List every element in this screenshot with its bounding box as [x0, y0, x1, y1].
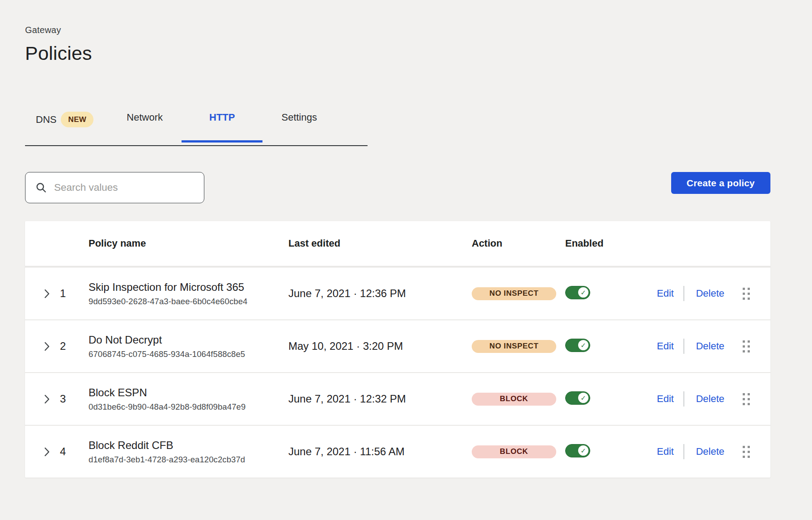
- edit-link[interactable]: Edit: [657, 393, 674, 405]
- row-actions: Edit Delete: [657, 339, 742, 354]
- policy-name-cell: Skip Inspection for Microsoft 365 9dd593…: [89, 281, 288, 306]
- table-body: 1 Skip Inspection for Microsoft 365 9dd5…: [25, 268, 770, 478]
- policy-uuid: 9dd593e0-2628-47a3-baee-6b0c4e60cbe4: [89, 297, 288, 306]
- policy-name-cell: Block ESPN 0d31be6c-9b90-48a4-92b8-9d8f0…: [89, 386, 288, 412]
- table-row: 1 Skip Inspection for Microsoft 365 9dd5…: [25, 268, 770, 319]
- drag-handle-icon[interactable]: [743, 393, 750, 405]
- last-edited-value: June 7, 2021 · 12:32 PM: [288, 393, 472, 405]
- table-row: 4 Block Reddit CFB d1ef8a7d-3eb1-4728-a2…: [25, 426, 770, 478]
- policy-name: Block Reddit CFB: [89, 439, 288, 452]
- policy-name-cell: Block Reddit CFB d1ef8a7d-3eb1-4728-a293…: [89, 439, 288, 465]
- policy-uuid: 67068745-c075-4685-934a-1064f588c8e5: [89, 349, 288, 359]
- last-edited-value: May 10, 2021 · 3:20 PM: [288, 340, 472, 352]
- tab-network[interactable]: Network: [127, 112, 163, 141]
- row-number: 4: [60, 445, 89, 458]
- create-policy-button[interactable]: Create a policy: [671, 172, 770, 194]
- enabled-cell: ✓: [565, 391, 657, 407]
- toggle-check-icon: ✓: [578, 445, 588, 456]
- action-badge: BLOCK: [472, 445, 556, 458]
- row-actions: Edit Delete: [657, 444, 742, 459]
- action-badge: NO INSPECT: [472, 340, 556, 353]
- column-policy-name: Policy name: [89, 238, 288, 249]
- last-edited-value: June 7, 2021 · 11:56 AM: [288, 445, 472, 458]
- tab-settings-label: Settings: [281, 112, 317, 123]
- row-number: 3: [60, 393, 89, 405]
- table-row: 2 Do Not Decrypt 67068745-c075-4685-934a…: [25, 320, 770, 372]
- enabled-cell: ✓: [565, 286, 657, 301]
- enabled-toggle[interactable]: ✓: [565, 444, 590, 457]
- search-icon: [35, 182, 47, 193]
- toggle-check-icon: ✓: [578, 393, 588, 403]
- enabled-cell: ✓: [565, 339, 657, 354]
- link-divider: [684, 444, 685, 459]
- tab-http-label: HTTP: [209, 112, 235, 123]
- expand-chevron-icon[interactable]: [40, 287, 54, 300]
- column-action: Action: [472, 238, 565, 249]
- expand-chevron-icon[interactable]: [40, 445, 54, 458]
- row-actions: Edit Delete: [657, 286, 742, 301]
- table-row: 3 Block ESPN 0d31be6c-9b90-48a4-92b8-9d8…: [25, 373, 770, 425]
- policy-uuid: 0d31be6c-9b90-48a4-92b8-9d8f09ba47e9: [89, 402, 288, 412]
- drag-cell: [742, 340, 770, 352]
- action-badge: BLOCK: [472, 393, 556, 406]
- drag-handle-icon[interactable]: [743, 446, 750, 458]
- breadcrumb: Gateway: [25, 25, 812, 35]
- row-actions: Edit Delete: [657, 391, 742, 407]
- expand-chevron-icon[interactable]: [40, 392, 54, 406]
- link-divider: [684, 391, 685, 407]
- policy-uuid: d1ef8a7d-3eb1-4728-a293-ea120c2cb37d: [89, 455, 288, 465]
- tab-dns-label: DNS: [36, 114, 56, 126]
- enabled-toggle[interactable]: ✓: [565, 391, 590, 405]
- expand-chevron-icon[interactable]: [40, 340, 54, 353]
- delete-link[interactable]: Delete: [696, 446, 724, 457]
- action-cell: NO INSPECT: [472, 287, 565, 300]
- gateway-policies-page: Gateway Policies DNS NEW Network HTTP Se…: [0, 0, 812, 478]
- tab-bar: DNS NEW Network HTTP Settings: [25, 112, 368, 146]
- edit-link[interactable]: Edit: [657, 340, 674, 352]
- row-number: 2: [60, 340, 89, 352]
- search-input[interactable]: [54, 182, 197, 193]
- page-title: Policies: [25, 42, 812, 64]
- delete-link[interactable]: Delete: [696, 340, 724, 352]
- tab-dns[interactable]: DNS NEW: [36, 112, 93, 145]
- search-box[interactable]: [25, 172, 204, 203]
- tab-network-label: Network: [127, 112, 163, 123]
- drag-cell: [742, 288, 770, 300]
- tab-settings[interactable]: Settings: [281, 112, 317, 141]
- link-divider: [684, 339, 685, 354]
- delete-link[interactable]: Delete: [696, 393, 724, 405]
- drag-handle-icon[interactable]: [743, 288, 750, 300]
- column-last-edited: Last edited: [288, 238, 472, 249]
- policy-name: Block ESPN: [89, 386, 288, 399]
- enabled-toggle[interactable]: ✓: [565, 339, 590, 352]
- drag-cell: [742, 393, 770, 405]
- toolbar: Create a policy: [25, 172, 770, 203]
- toggle-check-icon: ✓: [578, 340, 588, 350]
- edit-link[interactable]: Edit: [657, 288, 674, 299]
- policies-table: Policy name Last edited Action Enabled 1…: [25, 221, 770, 478]
- enabled-toggle[interactable]: ✓: [565, 286, 590, 299]
- enabled-cell: ✓: [565, 444, 657, 459]
- drag-handle-icon[interactable]: [743, 340, 750, 352]
- action-badge: NO INSPECT: [472, 287, 556, 300]
- delete-link[interactable]: Delete: [696, 288, 724, 299]
- column-enabled: Enabled: [565, 238, 657, 249]
- link-divider: [684, 286, 685, 301]
- action-cell: BLOCK: [472, 393, 565, 406]
- row-number: 1: [60, 287, 89, 300]
- policy-name-cell: Do Not Decrypt 67068745-c075-4685-934a-1…: [89, 334, 288, 359]
- new-badge: NEW: [61, 112, 93, 127]
- drag-cell: [742, 446, 770, 458]
- edit-link[interactable]: Edit: [657, 446, 674, 457]
- tab-http[interactable]: HTTP: [209, 112, 235, 141]
- action-cell: NO INSPECT: [472, 340, 565, 353]
- policy-name: Skip Inspection for Microsoft 365: [89, 281, 288, 294]
- last-edited-value: June 7, 2021 · 12:36 PM: [288, 287, 472, 300]
- toggle-check-icon: ✓: [578, 287, 588, 298]
- policy-name: Do Not Decrypt: [89, 334, 288, 346]
- table-header-row: Policy name Last edited Action Enabled: [25, 221, 770, 266]
- action-cell: BLOCK: [472, 445, 565, 458]
